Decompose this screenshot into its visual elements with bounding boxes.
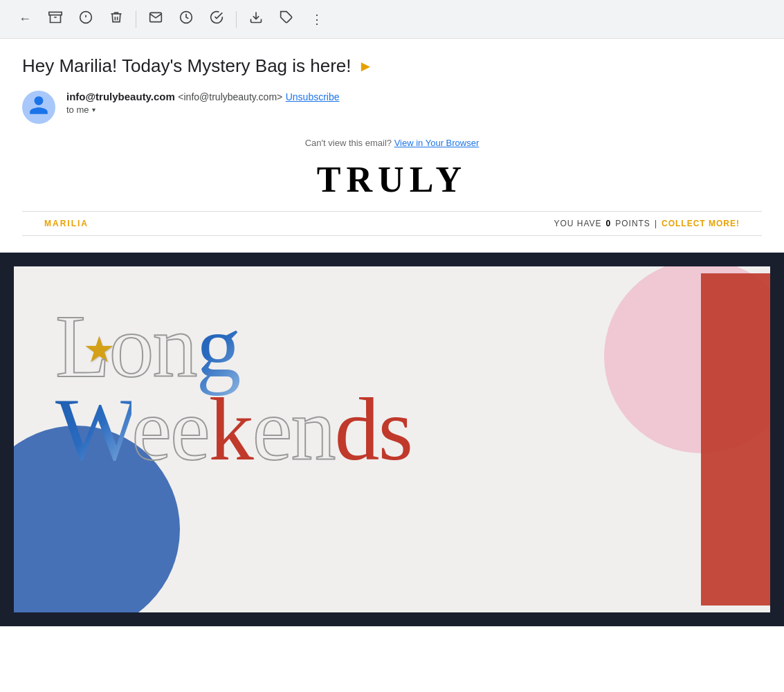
divider-2 [236,11,237,28]
to-label: to me [66,104,89,115]
avatar-icon [28,94,50,121]
sender-name: info@trulybeauty.com [66,91,175,102]
task-icon [210,10,224,28]
chevron-down-icon[interactable]: ▾ [92,106,95,113]
email-toolbar: ← [0,0,784,39]
delete-button[interactable] [102,6,130,33]
view-browser-text: Can't view this email? [305,138,392,148]
brand-name: TRULY [317,160,467,199]
svg-rect-0 [49,12,62,15]
avatar [22,91,55,124]
clock-icon [179,10,193,28]
hero-container: ★ Long Weekends [0,253,784,626]
snooze-button[interactable] [172,6,200,33]
more-icon: ⋮ [311,12,323,27]
weekends-text-k: k [209,379,253,479]
points-suffix: POINTS [615,219,650,228]
archive-button[interactable] [42,6,69,33]
label-button[interactable] [273,6,300,33]
report-button[interactable] [72,6,100,33]
hero-text: Long Weekends [14,273,770,502]
delete-icon [109,10,123,28]
report-icon [79,10,93,28]
view-browser-link[interactable]: View in Your Browser [394,138,480,148]
email-subject: Hey Marilia! Today's Mystery Bag is here… [22,55,762,77]
subject-arrow: ► [358,57,374,75]
weekends-text-ds: ds [334,379,412,479]
points-divider: | [655,219,657,228]
hero-line2: Weekends [55,384,729,474]
archive-icon [48,10,62,28]
unsubscribe-link[interactable]: Unsubscribe [286,91,340,102]
sender-info: info@trulybeauty.com <info@trulybeauty.c… [66,91,340,115]
weekends-text-ee: ee [131,379,208,479]
back-button[interactable]: ← [11,6,39,33]
mail-icon [149,10,163,28]
email-content: Hey Marilia! Today's Mystery Bag is here… [0,39,784,253]
more-button[interactable]: ⋮ [303,6,331,33]
sender-email-angle: <info@trulybeauty.com> [178,91,282,102]
hero-image: ★ Long Weekends [14,266,770,612]
sender-row: info@trulybeauty.com <info@trulybeauty.c… [22,91,762,124]
label-icon [280,10,293,28]
download-button[interactable] [242,6,270,33]
divider-1 [136,11,136,28]
to-me-row: to me ▾ [66,104,340,115]
view-browser-row: Can't view this email? View in Your Brow… [22,138,762,148]
points-bar: MARILIA YOU HAVE 0 POINTS | COLLECT MORE… [22,211,762,236]
weekends-text-ends: en [253,379,335,479]
hero-line1: Long [55,301,729,391]
user-name: MARILIA [44,219,89,228]
back-icon: ← [19,12,31,26]
subject-text: Hey Marilia! Today's Mystery Bag is here… [22,55,352,77]
points-prefix: YOU HAVE [554,219,601,228]
download-icon [249,10,263,28]
task-button[interactable] [203,6,230,33]
sender-name-line: info@trulybeauty.com <info@trulybeauty.c… [66,91,340,103]
collect-more-link[interactable]: COLLECT MORE! [662,219,740,228]
brand-header: TRULY [22,159,762,200]
mail-button[interactable] [142,6,170,33]
hero-image-wrapper: ★ Long Weekends [14,273,770,606]
weekends-text-we: W [55,379,131,479]
points-value: 0 [606,219,612,228]
points-info: YOU HAVE 0 POINTS | COLLECT MORE! [554,219,740,228]
